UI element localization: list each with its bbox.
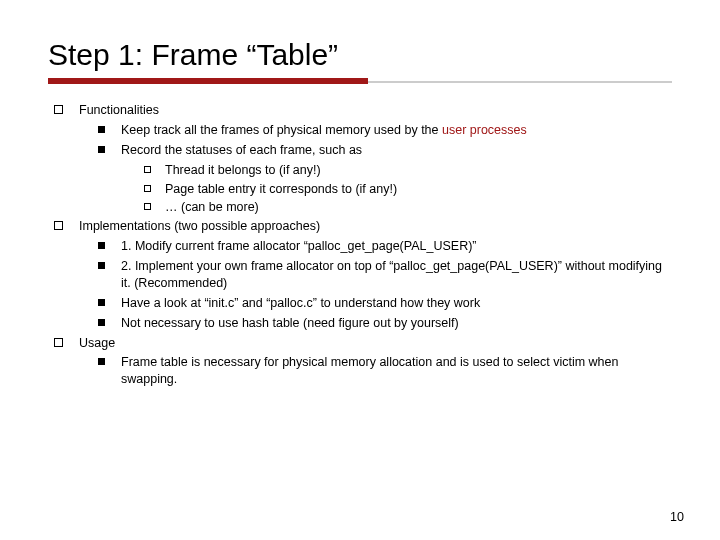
solid-square-icon bbox=[98, 299, 105, 306]
text-fragment: Keep track all the frames of physical me… bbox=[121, 123, 442, 137]
item-text: Have a look at “init.c” and “palloc.c” t… bbox=[121, 295, 672, 312]
subitem-text: Thread it belongs to (if any!) bbox=[165, 162, 672, 179]
solid-square-icon bbox=[98, 146, 105, 153]
section-heading: Implementations (two possible approaches… bbox=[79, 218, 672, 235]
item-text: 1. Modify current frame allocator “pallo… bbox=[121, 238, 672, 255]
list-item: Keep track all the frames of physical me… bbox=[98, 122, 672, 139]
item-text: Record the statuses of each frame, such … bbox=[121, 142, 672, 159]
small-hollow-square-icon bbox=[144, 166, 151, 173]
list-item: 1. Modify current frame allocator “pallo… bbox=[98, 238, 672, 255]
solid-square-icon bbox=[98, 358, 105, 365]
small-hollow-square-icon bbox=[144, 185, 151, 192]
section-functionalities: Functionalities Keep track all the frame… bbox=[54, 102, 672, 216]
list-subitem: … (can be more) bbox=[144, 199, 672, 216]
list-item: Have a look at “init.c” and “palloc.c” t… bbox=[98, 295, 672, 312]
list-subitem: Thread it belongs to (if any!) bbox=[144, 162, 672, 179]
text-accent: user processes bbox=[442, 123, 527, 137]
section-implementations: Implementations (two possible approaches… bbox=[54, 218, 672, 331]
item-text: Frame table is necessary for physical me… bbox=[121, 354, 672, 388]
title-rule bbox=[48, 78, 672, 84]
section-heading: Usage bbox=[79, 335, 672, 352]
section-heading: Functionalities bbox=[79, 102, 672, 119]
hollow-square-icon bbox=[54, 105, 63, 114]
slide-title: Step 1: Frame “Table” bbox=[48, 38, 672, 72]
solid-square-icon bbox=[98, 262, 105, 269]
hollow-square-icon bbox=[54, 221, 63, 230]
list-item: Record the statuses of each frame, such … bbox=[98, 142, 672, 159]
hollow-square-icon bbox=[54, 338, 63, 347]
subitem-text: … (can be more) bbox=[165, 199, 672, 216]
list-item: 2. Implement your own frame allocator on… bbox=[98, 258, 672, 292]
solid-square-icon bbox=[98, 126, 105, 133]
subitem-text: Page table entry it corresponds to (if a… bbox=[165, 181, 672, 198]
slide-number: 10 bbox=[670, 510, 684, 524]
slide-content: Functionalities Keep track all the frame… bbox=[48, 102, 672, 388]
section-usage: Usage Frame table is necessary for physi… bbox=[54, 335, 672, 389]
item-text: Keep track all the frames of physical me… bbox=[121, 122, 672, 139]
list-item: Not necessary to use hash table (need fi… bbox=[98, 315, 672, 332]
small-hollow-square-icon bbox=[144, 203, 151, 210]
list-subitem: Page table entry it corresponds to (if a… bbox=[144, 181, 672, 198]
item-text: Not necessary to use hash table (need fi… bbox=[121, 315, 672, 332]
item-text: 2. Implement your own frame allocator on… bbox=[121, 258, 672, 292]
solid-square-icon bbox=[98, 319, 105, 326]
solid-square-icon bbox=[98, 242, 105, 249]
list-item: Frame table is necessary for physical me… bbox=[98, 354, 672, 388]
